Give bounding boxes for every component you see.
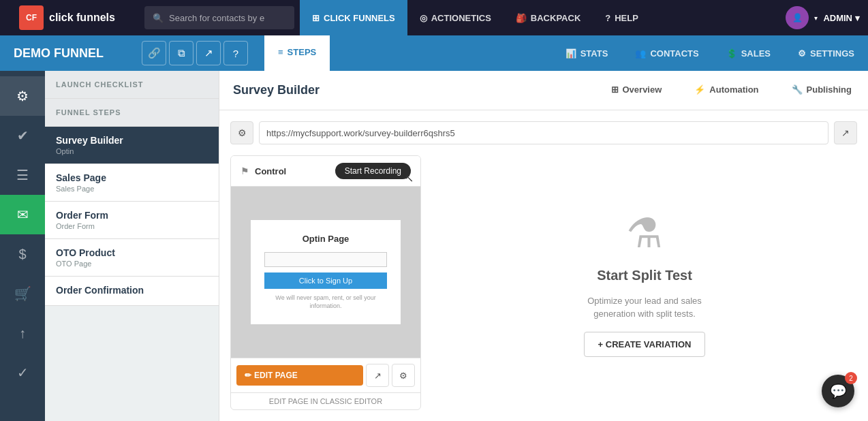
- search-icon: 🔍: [153, 13, 164, 23]
- content-tab-automation[interactable]: ⚡ Automation: [678, 71, 775, 110]
- top-nav-help[interactable]: ? HELP: [593, 0, 651, 35]
- second-nav-tabs: ≡ STEPS: [264, 35, 330, 71]
- url-input[interactable]: [259, 121, 828, 144]
- step-sales-page[interactable]: Sales Page Sales Page: [45, 164, 219, 202]
- variant-settings-btn[interactable]: ⚙: [392, 364, 415, 387]
- cart-icon: 🛒: [14, 285, 31, 302]
- step-name: Survey Builder: [56, 135, 208, 146]
- search-bar[interactable]: 🔍 Search for contacts by e: [144, 6, 294, 29]
- search-placeholder: Search for contacts by e: [169, 13, 264, 23]
- sidebar-item-upload[interactable]: ↑: [0, 313, 45, 353]
- copy-btn[interactable]: ⧉: [169, 41, 193, 65]
- top-nav-actionetics[interactable]: ◎ ACTIONETICS: [407, 0, 503, 35]
- step-type: Sales Page: [56, 185, 208, 193]
- dollar-icon: $: [18, 247, 26, 262]
- split-test-title: Start Split Test: [597, 268, 692, 283]
- variant-external-link-btn[interactable]: ↗: [366, 364, 389, 387]
- avatar[interactable]: 👤: [786, 6, 809, 29]
- second-nav: DEMO FUNNEL 🔗 ⧉ ↗ ? ≡ STEPS 📊 STATS 👥 CO…: [0, 35, 868, 71]
- create-variation-button[interactable]: + CREATE VARIATION: [584, 332, 706, 357]
- tab-steps[interactable]: ≡ STEPS: [264, 35, 330, 71]
- publishing-wrench-icon: 🔧: [792, 84, 803, 95]
- backpack-label: BACKPACK: [531, 13, 580, 23]
- contacts-label: CONTACTS: [650, 48, 698, 59]
- question-btn[interactable]: ?: [223, 41, 248, 65]
- top-nav-items: ⊞ CLICK FUNNELS ◎ ACTIONETICS 🎒 BACKPACK…: [300, 0, 786, 35]
- funnel-steps-header[interactable]: FUNNEL STEPS: [45, 99, 219, 127]
- edit-page-button[interactable]: ✏ EDIT PAGE: [236, 365, 363, 386]
- step-order-confirmation[interactable]: Order Confirmation: [45, 277, 219, 306]
- sidebar-item-email[interactable]: ✉: [0, 195, 45, 234]
- launch-checklist-header[interactable]: LAUNCH CHECKLIST: [45, 71, 219, 99]
- content-tab-publishing[interactable]: 🔧 Publishing: [775, 71, 868, 110]
- content-body: ⚙ ↗ ⚑ Control Start Recording ↖: [219, 110, 868, 421]
- sidebar-item-settings[interactable]: ⚙: [0, 76, 45, 116]
- logo[interactable]: CF click funnels: [8, 5, 144, 30]
- actionetics-label: ACTIONETICS: [431, 13, 491, 23]
- email-icon: ✉: [17, 206, 29, 223]
- help-icon: ?: [605, 13, 610, 23]
- funnel-steps-panel: LAUNCH CHECKLIST FUNNEL STEPS Survey Bui…: [45, 71, 219, 421]
- content-header: Survey Builder ⊞ Overview ⚡ Automation 🔧…: [219, 71, 868, 110]
- chat-badge: 2: [845, 372, 857, 384]
- checklist-icon: ✔: [17, 127, 29, 144]
- tab-stats[interactable]: 📊 STATS: [552, 35, 622, 71]
- chevron-icon: ▾: [814, 14, 818, 22]
- step-survey-builder[interactable]: Survey Builder Optin: [45, 127, 219, 164]
- content-area: Survey Builder ⊞ Overview ⚡ Automation 🔧…: [219, 71, 868, 421]
- tab-contacts[interactable]: 👥 CONTACTS: [621, 35, 712, 71]
- sidebar-item-menu[interactable]: ☰: [0, 155, 45, 195]
- step-name: OTO Product: [56, 247, 208, 258]
- sidebar-item-dollar[interactable]: $: [0, 234, 45, 274]
- clickfunnels-label: CLICK FUNNELS: [324, 13, 395, 23]
- step-order-form[interactable]: Order Form Order Form: [45, 202, 219, 239]
- automation-bolt-icon: ⚡: [694, 84, 705, 95]
- content-tab-overview[interactable]: ⊞ Overview: [595, 71, 679, 110]
- chat-bubble[interactable]: 💬 2: [822, 375, 854, 407]
- admin-label[interactable]: ADMIN ▾: [823, 13, 860, 23]
- sidebar-item-checklist[interactable]: ✔: [0, 116, 45, 155]
- variant-footer: ✏ EDIT PAGE ↗ ⚙: [231, 358, 420, 392]
- second-nav-actions: 🔗 ⧉ ↗ ?: [136, 41, 253, 65]
- sidebar-item-cart[interactable]: 🛒: [0, 274, 45, 313]
- top-nav: CF click funnels 🔍 Search for contacts b…: [0, 0, 868, 35]
- steps-label: STEPS: [288, 47, 317, 57]
- start-recording-button[interactable]: Start Recording ↖: [335, 163, 411, 179]
- settings-gear-icon: ⚙: [16, 88, 29, 104]
- tab-settings[interactable]: ⚙ SETTINGS: [784, 35, 868, 71]
- logo-icon: CF: [19, 5, 44, 30]
- step-type: OTO Page: [56, 260, 208, 268]
- sidebar-icons: ⚙ ✔ ☰ ✉ $ 🛒 ↑ ✓: [0, 71, 45, 421]
- step-name: Order Form: [56, 210, 208, 221]
- url-settings-button[interactable]: ⚙: [230, 121, 253, 144]
- sales-label: SALES: [741, 48, 771, 59]
- edit-pencil-icon: ✏: [245, 371, 251, 380]
- optin-disclaimer: We will never spam, rent, or sell your i…: [264, 294, 387, 310]
- flag-icon: ⚑: [241, 166, 249, 176]
- optin-signup-btn[interactable]: Click to Sign Up: [264, 272, 387, 289]
- contacts-icon: 👥: [635, 48, 646, 59]
- automation-label: Automation: [709, 84, 758, 95]
- clickfunnels-icon: ⊞: [312, 13, 320, 23]
- optin-page-title: Optin Page: [264, 234, 387, 244]
- url-external-link-button[interactable]: ↗: [834, 121, 857, 144]
- split-test-description: Optimize your lead and sales generation …: [570, 294, 719, 321]
- link-btn[interactable]: 🔗: [142, 41, 166, 65]
- sales-icon: 💲: [726, 48, 737, 59]
- settings-icon: ⚙: [798, 48, 806, 59]
- step-oto-product[interactable]: OTO Product OTO Page: [45, 239, 219, 277]
- variant-card: ⚑ Control Start Recording ↖ Optin Page: [230, 155, 421, 410]
- external-link-btn[interactable]: ↗: [196, 41, 221, 65]
- content-title: Survey Builder: [233, 83, 595, 97]
- top-nav-backpack[interactable]: 🎒 BACKPACK: [503, 0, 593, 35]
- edit-classic-link[interactable]: EDIT PAGE IN CLASSIC EDITOR: [231, 392, 420, 409]
- sidebar-item-check2[interactable]: ✓: [0, 353, 45, 392]
- stats-icon: 📊: [565, 48, 576, 59]
- top-nav-right: 👤 ▾ ADMIN ▾: [786, 6, 860, 29]
- optin-page-preview: Optin Page Click to Sign Up We will neve…: [251, 220, 401, 324]
- stats-label: STATS: [580, 48, 608, 59]
- top-nav-clickfunnels[interactable]: ⊞ CLICK FUNNELS: [300, 0, 407, 35]
- logo-text: click funnels: [49, 12, 115, 24]
- tab-sales[interactable]: 💲 SALES: [713, 35, 784, 71]
- split-test-cta: ⚗ Start Split Test Optimize your lead an…: [432, 155, 857, 410]
